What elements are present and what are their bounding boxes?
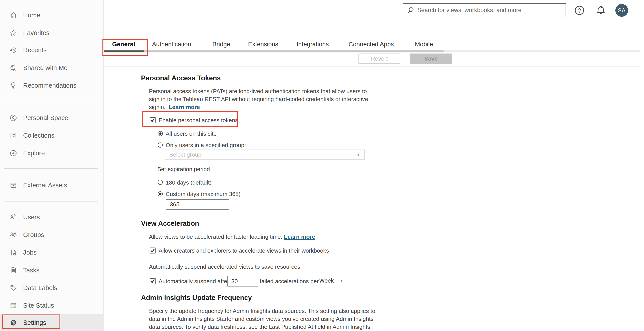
sidebar-item-home[interactable]: Home: [0, 6, 103, 24]
sidebar-divider: [4, 168, 98, 169]
header-divider: [104, 66, 641, 66]
suspend-description: Automatically suspend accelerated views …: [149, 263, 302, 271]
sidebar-item-collections[interactable]: Collections: [0, 127, 103, 144]
view-acceleration-learn-more-link[interactable]: Learn more: [284, 233, 315, 240]
tag-icon: [9, 284, 18, 292]
tab-extensions[interactable]: Extensions: [248, 40, 278, 48]
specified-group-radio[interactable]: [158, 142, 163, 148]
sidebar-item-label: Home: [23, 12, 40, 19]
sidebar-item-label: Tasks: [23, 267, 40, 274]
auto-suspend-label: Automatically suspend after: [159, 278, 229, 285]
tab-strip-scrollbar-track: [444, 50, 640, 52]
auto-suspend-checkbox[interactable]: [150, 278, 156, 284]
lightbulb-icon: [9, 81, 18, 90]
sidebar-item-groups[interactable]: Groups: [0, 226, 103, 244]
user-avatar[interactable]: SA: [615, 4, 628, 17]
admin-insights-section-title: Admin Insights Update Frequency: [141, 294, 252, 302]
document-clock-icon: [9, 248, 18, 257]
chevron-down-icon: ▼: [356, 152, 360, 157]
save-button[interactable]: Save: [410, 53, 452, 64]
view-acceleration-description: Allow views to be accelerated for faster…: [149, 233, 315, 241]
sidebar-item-favorites[interactable]: Favorites: [0, 24, 103, 42]
sidebar-item-site-status[interactable]: Site Status: [0, 297, 103, 314]
sidebar-item-label: Collections: [23, 132, 54, 139]
sidebar-item-label: Settings: [23, 319, 46, 326]
custom-days-radio[interactable]: [158, 191, 163, 196]
sidebar-item-recents[interactable]: Recents: [0, 41, 103, 59]
search-input[interactable]: [417, 7, 566, 14]
sidebar-item-data-labels[interactable]: Data Labels: [0, 279, 103, 297]
sidebar-divider: [4, 201, 98, 202]
drawer-icon: [9, 181, 18, 189]
sidebar-item-tasks[interactable]: Tasks: [0, 261, 103, 279]
admin-insights-description-line: data in the Admin Insights Starter and c…: [149, 315, 374, 323]
tab-general[interactable]: General: [112, 40, 135, 48]
sidebar-item-recommendations[interactable]: Recommendations: [0, 77, 103, 94]
groups-icon: [9, 231, 18, 239]
sidebar-item-shared-with-me[interactable]: Shared with Me: [0, 59, 103, 77]
gear-icon: [9, 319, 18, 327]
sidebar-item-label: Users: [23, 214, 40, 221]
tab-authentication[interactable]: Authentication: [152, 40, 191, 48]
person-circle-icon: [9, 114, 18, 122]
view-acceleration-section-title: View Acceleration: [141, 220, 199, 228]
sidebar-item-settings[interactable]: Settings: [0, 314, 103, 331]
pat-learn-more-link[interactable]: Learn more: [169, 104, 200, 110]
help-icon: ?: [574, 5, 585, 16]
sidebar-item-label: Data Labels: [23, 284, 57, 292]
sidebar-item-label: Explore: [23, 150, 45, 157]
search-icon: [407, 6, 415, 14]
svg-text:?: ?: [578, 7, 581, 14]
enable-pat-label: Enable personal access tokens: [159, 117, 238, 124]
recents-clock-icon: [9, 46, 18, 54]
sidebar-item-jobs[interactable]: Jobs: [0, 244, 103, 261]
sidebar-item-label: Recommendations: [23, 82, 76, 89]
days-180-radio[interactable]: [158, 180, 163, 185]
help-button[interactable]: ?: [574, 5, 585, 16]
active-tab-underline: [104, 50, 144, 52]
sidebar-item-external-assets[interactable]: External Assets: [0, 176, 103, 194]
home-icon: [9, 11, 18, 19]
custom-days-label: Custom days (maximum 365): [166, 191, 240, 198]
allow-accelerate-checkbox[interactable]: [150, 248, 156, 254]
sidebar-item-label: Site Status: [23, 302, 54, 309]
enable-pat-checkbox[interactable]: [150, 117, 156, 123]
pat-description-line: Personal access tokens (PATs) are long-l…: [149, 87, 367, 95]
all-users-label: All users on this site: [166, 130, 216, 137]
tableau-settings-page: Home Favorites Recents Shared with Me Re…: [0, 0, 644, 331]
tab-bridge[interactable]: Bridge: [212, 40, 230, 48]
period-dropdown[interactable]: Week ▼: [319, 277, 343, 284]
sidebar-item-label: Jobs: [23, 249, 36, 256]
custom-days-input[interactable]: [166, 199, 229, 210]
sidebar-item-label: Personal Space: [23, 114, 68, 122]
admin-insights-description-line: Specify the update frequency for Admin I…: [149, 307, 375, 315]
all-users-radio[interactable]: [158, 131, 163, 136]
tab-connected-apps[interactable]: Connected Apps: [348, 40, 394, 48]
pat-section-title: Personal Access Tokens: [141, 74, 221, 82]
clipboard-icon: [9, 266, 18, 274]
select-group-placeholder: Select group: [169, 151, 356, 158]
sidebar-item-explore[interactable]: Explore: [0, 144, 103, 162]
search-box[interactable]: [403, 3, 566, 17]
notifications-button[interactable]: [595, 5, 606, 16]
tab-strip-scrollbar-thumb[interactable]: [144, 50, 444, 52]
sidebar-item-users[interactable]: Users: [0, 208, 103, 226]
window-status-icon: [9, 302, 18, 310]
tab-mobile[interactable]: Mobile: [415, 40, 433, 48]
allow-accelerate-label: Allow creators and explorers to accelera…: [159, 247, 329, 254]
chevron-down-icon: ▼: [340, 279, 343, 283]
compass-icon: [9, 149, 18, 157]
sidebar-item-label: Shared with Me: [23, 64, 68, 72]
suspend-count-input[interactable]: [227, 276, 258, 287]
users-icon: [9, 213, 18, 221]
select-group-dropdown[interactable]: Select group ▼: [165, 150, 365, 160]
tab-integrations[interactable]: Integrations: [296, 40, 329, 48]
sidebar-divider: [4, 102, 98, 102]
days-180-label: 180 days (default): [166, 179, 212, 186]
expiration-period-label: Set expiration period: [157, 166, 210, 173]
suspend-suffix-label: failed accelerations per: [260, 278, 318, 285]
sidebar-item-label: Favorites: [23, 29, 49, 36]
star-icon: [9, 29, 18, 37]
sidebar-item-personal-space[interactable]: Personal Space: [0, 109, 103, 127]
revert-button[interactable]: Revert: [358, 53, 400, 64]
